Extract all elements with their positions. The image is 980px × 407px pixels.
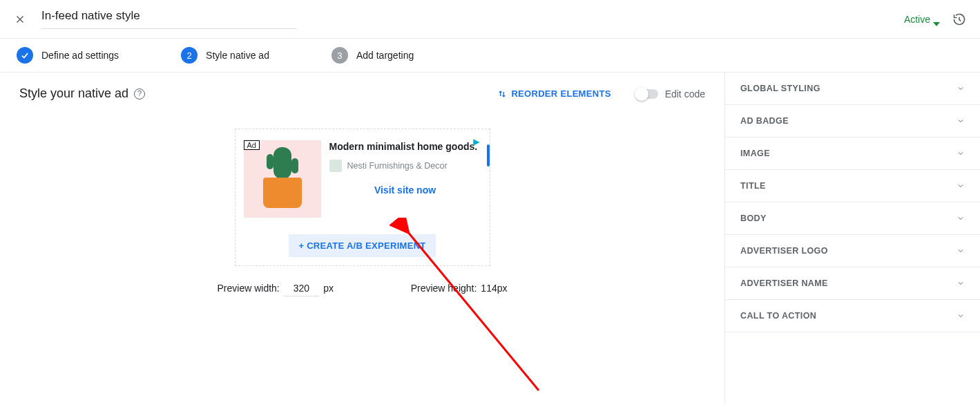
advertiser-logo[interactable] (329, 160, 342, 172)
ad-preview: Ad Modern minimalist home goods. Nesti F… (235, 129, 490, 266)
step-define-ad-settings[interactable]: Define ad settings (17, 47, 119, 64)
preview-height-value: 114px (481, 283, 507, 294)
history-icon[interactable] (952, 12, 966, 26)
help-icon[interactable]: ? (134, 88, 145, 100)
chevron-down-icon (933, 17, 940, 21)
step-style-native-ad[interactable]: 2 Style native ad (181, 47, 269, 64)
step-label: Style native ad (206, 50, 269, 61)
panel-item-label: IMAGE (740, 149, 770, 158)
style-panel: GLOBAL STYLING AD BADGE IMAGE TITLE BODY (724, 73, 980, 404)
panel-item-label: TITLE (740, 181, 766, 191)
chevron-down-icon (957, 182, 965, 190)
chevron-down-icon (957, 312, 965, 320)
panel-item-body[interactable]: BODY (725, 202, 980, 235)
adchoices-icon[interactable] (472, 138, 481, 147)
step-number-badge: 3 (332, 47, 348, 64)
panel-item-global-styling[interactable]: GLOBAL STYLING (725, 73, 980, 105)
edit-code-toggle[interactable] (636, 89, 658, 99)
advertiser-name[interactable]: Nesti Furnishings & Decor (347, 161, 448, 171)
check-icon (17, 47, 33, 64)
panel-item-label: ADVERTISER NAME (740, 278, 828, 288)
preview-width-label: Preview width: (218, 283, 280, 294)
panel-item-advertiser-name[interactable]: ADVERTISER NAME (725, 267, 980, 300)
panel-item-label: GLOBAL STYLING (740, 84, 820, 93)
reorder-elements-button[interactable]: REORDER ELEMENTS (497, 88, 611, 99)
panel-item-title[interactable]: TITLE (725, 170, 980, 202)
close-icon[interactable] (14, 13, 26, 26)
step-label: Add targeting (356, 50, 414, 61)
panel-item-label: AD BADGE (740, 116, 789, 126)
panel-item-label: CALL TO ACTION (740, 311, 816, 321)
preview-height-label: Preview height: (411, 283, 477, 294)
edit-code-label: Edit code (665, 88, 705, 100)
chevron-down-icon (957, 84, 965, 93)
chevron-down-icon (957, 247, 965, 255)
title-input[interactable] (41, 9, 297, 23)
preview-width-value[interactable]: 320 (284, 283, 319, 296)
chevron-down-icon (957, 214, 965, 223)
panel-item-advertiser-logo[interactable]: ADVERTISER LOGO (725, 235, 980, 267)
reorder-label: REORDER ELEMENTS (511, 88, 611, 99)
stepper: Define ad settings 2 Style native ad 3 A… (0, 39, 980, 73)
cactus-illustration (273, 147, 291, 179)
pot-illustration (263, 178, 302, 208)
status-dropdown[interactable]: Active (904, 14, 940, 25)
preview-width-unit: px (323, 283, 334, 294)
panel-item-label: BODY (740, 214, 767, 223)
ad-badge: Ad (244, 140, 260, 150)
ad-headline[interactable]: Modern minimalist home goods. (329, 140, 481, 153)
panel-item-ad-badge[interactable]: AD BADGE (725, 105, 980, 138)
step-number-badge: 2 (181, 47, 198, 64)
chevron-down-icon (957, 149, 965, 158)
panel-item-label: ADVERTISER LOGO (740, 246, 828, 256)
panel-item-call-to-action[interactable]: CALL TO ACTION (725, 300, 980, 332)
ad-cta[interactable]: Visit site now (329, 184, 481, 196)
step-add-targeting[interactable]: 3 Add targeting (332, 47, 414, 64)
status-label: Active (904, 14, 930, 25)
page-title: Style your native ad (19, 86, 128, 101)
chevron-down-icon (957, 279, 965, 287)
step-label: Define ad settings (41, 50, 119, 61)
ad-image[interactable]: Ad (244, 140, 321, 218)
create-ab-experiment-button[interactable]: + CREATE A/B EXPERIMENT (289, 234, 435, 257)
reorder-icon (497, 89, 507, 99)
chevron-down-icon (957, 117, 965, 125)
panel-item-image[interactable]: IMAGE (725, 138, 980, 170)
resize-handle[interactable] (487, 144, 490, 167)
